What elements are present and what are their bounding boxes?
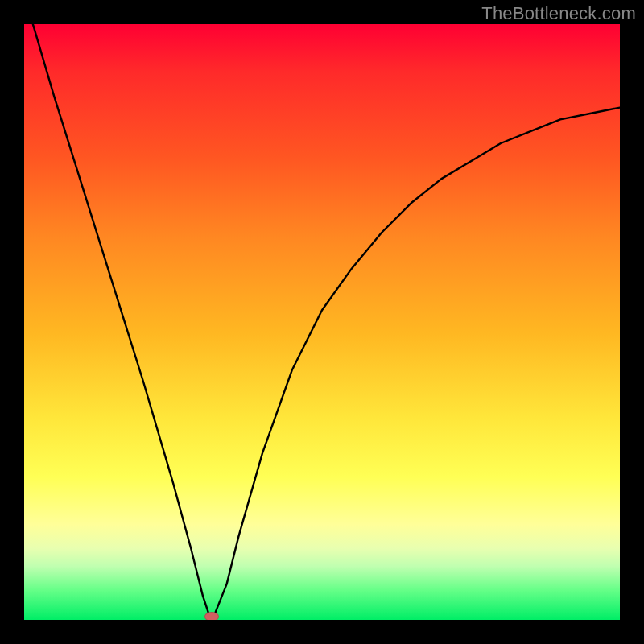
curve-layer <box>24 24 620 620</box>
chart-frame: TheBottleneck.com <box>0 0 644 644</box>
bottleneck-curve <box>24 24 620 614</box>
watermark-text: TheBottleneck.com <box>481 3 636 24</box>
plot-area <box>24 24 620 620</box>
optimal-point-marker <box>204 612 219 620</box>
